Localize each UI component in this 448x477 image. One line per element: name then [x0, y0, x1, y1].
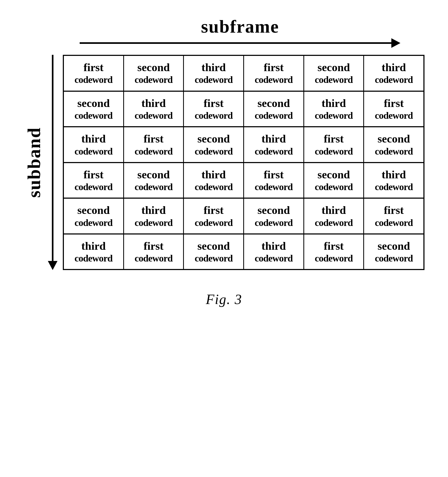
- cell-line2-1-0: codeword: [75, 110, 113, 121]
- cell-line2-0-4: codeword: [315, 74, 353, 86]
- grid-cell-5-5: secondcodeword: [364, 234, 423, 269]
- cell-line2-2-1: codeword: [135, 146, 173, 157]
- grid-cell-4-5: firstcodeword: [364, 199, 423, 233]
- grid-cell-3-0: firstcodeword: [64, 163, 124, 198]
- subband-label-wrapper: subband: [24, 55, 45, 270]
- cell-line1-2-5: second: [378, 132, 410, 145]
- grid-cell-2-2: secondcodeword: [184, 127, 244, 162]
- grid-cell-0-1: secondcodeword: [124, 56, 184, 91]
- cell-line1-0-0: first: [84, 61, 104, 74]
- cell-line1-3-4: second: [318, 168, 350, 181]
- cell-line2-3-0: codeword: [75, 181, 113, 193]
- subband-container: subband: [24, 55, 57, 270]
- grid-cell-0-0: firstcodeword: [64, 56, 124, 91]
- cell-line1-4-1: third: [141, 203, 166, 217]
- cell-line2-4-3: codeword: [255, 217, 293, 229]
- cell-line2-2-4: codeword: [315, 146, 353, 157]
- grid-cell-0-3: firstcodeword: [244, 56, 304, 91]
- cell-line2-3-3: codeword: [255, 181, 293, 193]
- subframe-arrow-line: [80, 42, 391, 44]
- grid-cell-0-2: thirdcodeword: [184, 56, 244, 91]
- cell-line1-4-0: second: [77, 203, 110, 217]
- cell-line1-5-2: second: [198, 239, 230, 253]
- grid-cell-2-0: thirdcodeword: [64, 127, 124, 162]
- grid-cell-3-4: secondcodeword: [304, 163, 364, 198]
- subframe-arrow: [80, 39, 400, 47]
- subframe-arrow-head: [391, 38, 400, 48]
- cell-line2-3-5: codeword: [375, 181, 413, 193]
- grid-cell-1-0: secondcodeword: [64, 92, 124, 126]
- cell-line1-5-1: first: [144, 239, 164, 253]
- page-container: subframe subband firstcodewordsecondcode…: [0, 0, 448, 477]
- cell-line1-0-1: second: [137, 61, 170, 74]
- cell-line1-3-0: first: [84, 168, 104, 181]
- cell-line2-2-0: codeword: [75, 146, 113, 157]
- cell-line1-4-3: second: [257, 203, 290, 217]
- cell-line2-3-1: codeword: [135, 181, 173, 193]
- grid-row-0: firstcodewordsecondcodewordthirdcodeword…: [64, 56, 423, 92]
- grid-row-2: thirdcodewordfirstcodewordsecondcodeword…: [64, 127, 423, 163]
- grid-cell-4-4: thirdcodeword: [304, 199, 364, 233]
- grid-cell-5-2: secondcodeword: [184, 234, 244, 269]
- cell-line1-2-3: third: [261, 132, 286, 145]
- cell-line1-1-5: first: [384, 97, 404, 110]
- cell-line1-3-1: second: [137, 168, 170, 181]
- grid-cell-5-0: thirdcodeword: [64, 234, 124, 269]
- grid-cell-4-3: secondcodeword: [244, 199, 304, 233]
- cell-line2-4-2: codeword: [195, 217, 233, 229]
- grid-cell-2-5: secondcodeword: [364, 127, 423, 162]
- cell-line1-1-3: second: [257, 97, 290, 110]
- grid-cell-3-5: thirdcodeword: [364, 163, 423, 198]
- cell-line2-5-0: codeword: [75, 253, 113, 264]
- cell-line2-1-3: codeword: [255, 110, 293, 121]
- cell-line2-0-1: codeword: [135, 74, 173, 86]
- cell-line1-1-1: third: [141, 97, 166, 110]
- subband-arrow-container: [48, 55, 57, 270]
- grid-container: firstcodewordsecondcodewordthirdcodeword…: [63, 55, 424, 270]
- cell-line1-1-2: first: [204, 97, 224, 110]
- cell-line1-5-0: third: [81, 239, 106, 253]
- cell-line1-4-4: third: [322, 203, 346, 217]
- grid-cell-2-3: thirdcodeword: [244, 127, 304, 162]
- cell-line1-1-0: second: [77, 97, 110, 110]
- subframe-label: subframe: [201, 16, 279, 37]
- cell-line1-2-1: first: [144, 132, 164, 145]
- cell-line2-5-4: codeword: [315, 253, 353, 264]
- grid-cell-1-5: firstcodeword: [364, 92, 423, 126]
- grid-cell-4-0: secondcodeword: [64, 199, 124, 233]
- grid-cell-5-1: firstcodeword: [124, 234, 184, 269]
- subframe-header: subframe: [72, 16, 408, 55]
- subband-label: subband: [24, 127, 45, 198]
- cell-line2-1-5: codeword: [375, 110, 413, 121]
- grid-row-5: thirdcodewordfirstcodewordsecondcodeword…: [64, 234, 423, 269]
- cell-line2-1-4: codeword: [315, 110, 353, 121]
- cell-line2-1-2: codeword: [195, 110, 233, 121]
- grid-cell-1-4: thirdcodeword: [304, 92, 364, 126]
- cell-line1-3-3: first: [264, 168, 284, 181]
- cell-line1-5-4: first: [324, 239, 344, 253]
- cell-line1-0-5: third: [382, 61, 406, 74]
- grid-cell-2-4: firstcodeword: [304, 127, 364, 162]
- cell-line1-0-4: second: [318, 61, 350, 74]
- main-layout: subband firstcodewordsecondcodewordthird…: [24, 55, 424, 270]
- grid-cell-4-2: firstcodeword: [184, 199, 244, 233]
- cell-line2-3-2: codeword: [195, 181, 233, 193]
- grid-cell-2-1: firstcodeword: [124, 127, 184, 162]
- grid-cell-3-3: firstcodeword: [244, 163, 304, 198]
- cell-line1-2-4: first: [324, 132, 344, 145]
- cell-line1-5-3: third: [261, 239, 286, 253]
- grid-cell-3-2: thirdcodeword: [184, 163, 244, 198]
- cell-line1-4-2: first: [204, 203, 224, 217]
- cell-line2-4-1: codeword: [135, 217, 173, 229]
- grid-cell-5-4: firstcodeword: [304, 234, 364, 269]
- grid-cell-1-1: thirdcodeword: [124, 92, 184, 126]
- cell-line2-5-5: codeword: [375, 253, 413, 264]
- cell-line1-5-5: second: [378, 239, 410, 253]
- cell-line1-3-2: third: [202, 168, 226, 181]
- cell-line2-4-0: codeword: [75, 217, 113, 229]
- cell-line2-3-4: codeword: [315, 181, 353, 193]
- subband-arrow-line: [52, 55, 53, 261]
- grid-cell-0-5: thirdcodeword: [364, 56, 423, 91]
- cell-line2-1-1: codeword: [135, 110, 173, 121]
- cell-line2-4-4: codeword: [315, 217, 353, 229]
